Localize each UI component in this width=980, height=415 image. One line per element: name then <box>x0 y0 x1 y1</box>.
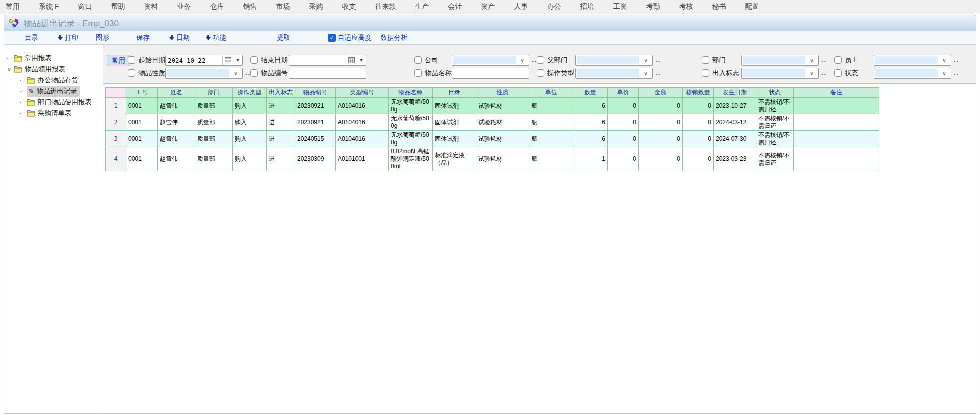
column-header-8[interactable]: 物品名称 <box>389 88 433 98</box>
table-cell[interactable]: 0 <box>608 98 639 114</box>
table-cell[interactable] <box>794 131 879 147</box>
table-cell[interactable]: 2023-03-23 <box>714 147 756 171</box>
filter-checkbox-item-name[interactable] <box>414 69 422 77</box>
column-header-12[interactable]: 数量 <box>573 88 608 98</box>
chevron-down-icon[interactable]: ∨ <box>639 68 652 78</box>
filter-start-date-text[interactable] <box>166 55 222 65</box>
toolbar-extract-button[interactable]: 提取 <box>277 33 290 42</box>
column-header-7[interactable]: 类型编号 <box>336 88 389 98</box>
menu-item-10[interactable]: 收支 <box>342 2 356 11</box>
table-cell[interactable]: 不需核销/不需归还 <box>756 147 794 171</box>
table-cell[interactable]: 试验耗材 <box>476 114 529 131</box>
column-header-10[interactable]: 性质 <box>476 88 529 98</box>
table-cell[interactable]: 0 <box>683 98 714 114</box>
table-cell[interactable]: 无水葡萄糖/500g <box>389 131 433 147</box>
toolbar-print-button[interactable]: 打印 <box>57 33 78 42</box>
table-cell[interactable]: 赵雪伟 <box>158 131 195 147</box>
menu-item-3[interactable]: 帮助 <box>111 2 125 11</box>
menu-item-12[interactable]: 生产 <box>415 2 429 11</box>
table-cell[interactable]: A0104016 <box>336 131 389 147</box>
filter-dept-select[interactable]: ∨ <box>741 55 819 66</box>
table-cell[interactable]: 固体试剂 <box>433 131 476 147</box>
table-cell[interactable]: 赵雪伟 <box>158 147 195 171</box>
table-cell[interactable]: 20230921 <box>295 114 336 131</box>
table-cell[interactable]: 无水葡萄糖/500g <box>389 114 433 131</box>
filter-checkbox-item-nature[interactable] <box>128 69 135 77</box>
table-cell[interactable]: A0104016 <box>336 114 389 131</box>
table-cell[interactable]: 购入 <box>233 114 267 131</box>
chevron-down-icon[interactable]: ∨ <box>805 68 818 78</box>
table-cell[interactable]: 购入 <box>233 98 267 114</box>
table-cell[interactable]: 无水葡萄糖/500g <box>389 98 433 114</box>
column-header-15[interactable]: 核销数量 <box>683 88 714 98</box>
table-cell[interactable]: 2024-03-12 <box>714 114 756 131</box>
column-header-9[interactable]: 目录 <box>433 88 476 98</box>
filter-company-select[interactable]: ∨ <box>452 55 529 66</box>
table-cell[interactable]: 赵雪伟 <box>158 98 195 114</box>
table-cell[interactable]: 0 <box>683 114 714 131</box>
dropdown-arrow-icon[interactable]: ▼ <box>357 55 366 65</box>
table-cell[interactable] <box>794 98 879 114</box>
tree-item-3[interactable]: ✎物品进出记录 <box>4 86 103 97</box>
auto-height-checkbox[interactable]: ✓ <box>328 34 336 42</box>
table-cell[interactable]: 固体试剂 <box>433 114 476 131</box>
table-cell[interactable]: 不需核销/不需归还 <box>756 98 794 114</box>
menu-item-1[interactable]: 系统 F <box>39 2 59 11</box>
table-cell[interactable]: 质量部 <box>195 131 233 147</box>
menu-item-21[interactable]: 秘书 <box>712 2 726 11</box>
filter-checkbox-operation-type[interactable] <box>537 69 544 77</box>
chevron-down-icon[interactable]: ∨ <box>639 55 652 65</box>
table-cell[interactable]: 0 <box>608 131 639 147</box>
table-cell[interactable]: 0 <box>608 147 639 171</box>
table-row-2[interactable]: 20001赵雪伟质量部购入进20230921A0104016无水葡萄糖/500g… <box>106 114 879 131</box>
filter-checkbox-status[interactable] <box>834 69 842 77</box>
column-header-6[interactable]: 物品编号 <box>295 88 336 98</box>
table-cell[interactable]: 瓶 <box>529 147 573 171</box>
filter-employee-select[interactable]: ∨ <box>874 55 951 66</box>
column-header-2[interactable]: 姓名 <box>158 88 195 98</box>
table-cell[interactable]: 0 <box>639 131 683 147</box>
chevron-down-icon[interactable]: ∨ <box>516 55 529 65</box>
table-cell[interactable]: 0 <box>639 98 683 114</box>
table-cell[interactable]: 6 <box>573 98 608 114</box>
table-cell[interactable]: 试验耗材 <box>476 98 529 114</box>
table-cell[interactable]: 购入 <box>233 147 267 171</box>
filter-end-date-input[interactable]: ▼ <box>289 55 366 66</box>
menu-item-22[interactable]: 配置 <box>745 2 759 11</box>
filter-start-date-input[interactable]: ▼ <box>165 55 243 66</box>
table-cell[interactable]: 0001 <box>126 131 158 147</box>
filter-checkbox-end-date[interactable] <box>250 56 258 64</box>
filter-inout-flag-select[interactable]: ∨ <box>741 68 819 79</box>
column-header-18[interactable]: 备注 <box>794 88 879 98</box>
toolbar-graphics-button[interactable]: 图形 <box>96 33 109 42</box>
column-header-16[interactable]: 发生日期 <box>714 88 756 98</box>
table-cell[interactable]: 20240515 <box>295 131 336 147</box>
table-cell[interactable]: 20230921 <box>295 98 336 114</box>
table-cell[interactable]: 20230309 <box>295 147 336 171</box>
table-cell[interactable]: 0001 <box>126 147 158 171</box>
filter-item-code-text[interactable] <box>289 68 366 78</box>
filter-checkbox-employee[interactable] <box>834 56 842 64</box>
row-number-cell[interactable]: 2 <box>106 114 126 131</box>
table-cell[interactable]: 0.02mol\L高锰酸钾滴定液/500ml <box>389 147 433 171</box>
filter-item-name-text[interactable] <box>452 68 529 78</box>
column-header-4[interactable]: 操作类型 <box>233 88 267 98</box>
table-cell[interactable]: A0101001 <box>336 147 389 171</box>
row-number-cell[interactable]: 4 <box>106 147 126 171</box>
table-cell[interactable]: 6 <box>573 131 608 147</box>
table-cell[interactable]: 不需核销/不需归还 <box>756 114 794 131</box>
menu-item-6[interactable]: 仓库 <box>210 2 224 11</box>
column-header-5[interactable]: 出入标志 <box>267 88 295 98</box>
menu-item-17[interactable]: 招培 <box>580 2 594 11</box>
column-header-13[interactable]: 单价 <box>608 88 639 98</box>
toolbar-function-button[interactable]: 功能 <box>205 33 226 42</box>
filter-item-nature-select[interactable]: ∨ <box>165 68 243 79</box>
table-cell[interactable]: 0 <box>683 131 714 147</box>
chevron-down-icon[interactable]: ∨ <box>938 68 951 78</box>
table-row-4[interactable]: 40001赵雪伟质量部购入进20230309A01010010.02mol\L高… <box>106 147 879 171</box>
table-cell[interactable]: 不需核销/不需归还 <box>756 131 794 147</box>
table-cell[interactable]: 质量部 <box>195 147 233 171</box>
menu-item-7[interactable]: 销售 <box>243 2 257 11</box>
tree-item-2[interactable]: 办公物品存货 <box>4 75 103 86</box>
menu-item-11[interactable]: 往来款 <box>375 2 396 11</box>
